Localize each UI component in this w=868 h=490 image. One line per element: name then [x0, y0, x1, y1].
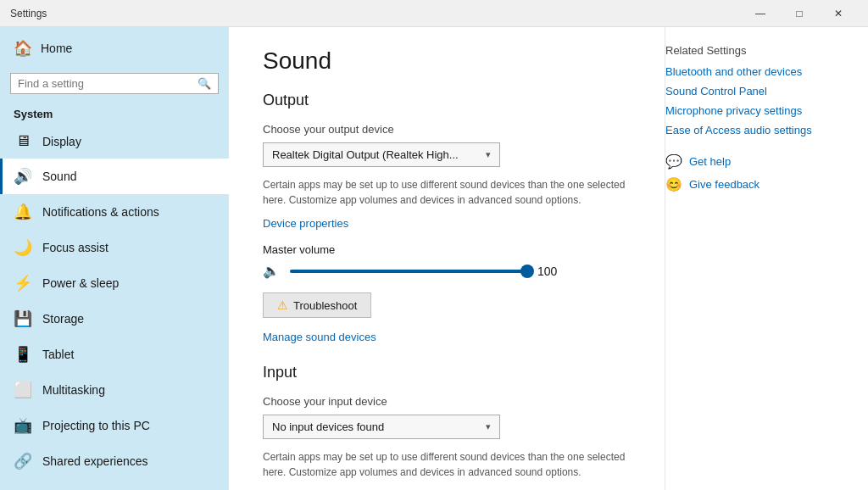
shared-icon: 🔗	[14, 452, 32, 471]
sidebar-item-label-storage: Storage	[42, 312, 84, 326]
home-icon: 🏠	[14, 39, 32, 58]
feedback-icon: 😊	[665, 176, 682, 192]
sidebar-item-notifications[interactable]: 🔔 Notifications & actions	[0, 194, 229, 230]
search-icon: 🔍	[198, 77, 211, 90]
chevron-down-icon: ▾	[486, 149, 491, 160]
output-section-title: Output	[263, 92, 631, 109]
sidebar-item-label-power: Power & sleep	[42, 276, 119, 290]
input-device-value: No input devices found	[272, 420, 384, 433]
app-body: 🏠 Home 🔍 System 🖥 Display 🔊 Sound 🔔 Noti…	[0, 27, 868, 490]
sidebar-item-label-projecting: Projecting to this PC	[42, 419, 150, 432]
sidebar-item-power[interactable]: ⚡ Power & sleep	[0, 265, 229, 301]
notifications-icon: 🔔	[14, 203, 32, 221]
choose-output-label: Choose your output device	[263, 123, 631, 136]
multitasking-icon: ⬜	[14, 381, 32, 399]
sidebar-section-label: System	[0, 103, 229, 124]
input-section-title: Input	[263, 364, 631, 381]
sidebar-item-label-sound: Sound	[42, 170, 76, 183]
sidebar-home-label: Home	[41, 42, 72, 55]
sidebar-item-label-multitasking: Multitasking	[42, 383, 105, 397]
sidebar-item-label-focus: Focus assist	[42, 241, 108, 254]
warning-icon: ⚠	[277, 298, 288, 312]
window-controls: — □ ✕	[741, 0, 858, 27]
sidebar-home-item[interactable]: 🏠 Home	[0, 27, 229, 70]
troubleshoot-button[interactable]: ⚠ Troubleshoot	[263, 292, 371, 318]
sidebar-item-storage[interactable]: 💾 Storage	[0, 301, 229, 337]
power-icon: ⚡	[14, 274, 32, 292]
microphone-privacy-link[interactable]: Microphone privacy settings	[665, 104, 851, 117]
page-title: Sound	[263, 47, 631, 75]
minimize-button[interactable]: —	[741, 0, 780, 27]
output-info-text: Certain apps may be set up to use differ…	[263, 177, 631, 208]
device-properties-link[interactable]: Device properties	[263, 217, 348, 230]
sidebar-item-projecting[interactable]: 📺 Projecting to this PC	[0, 408, 229, 443]
sidebar-item-focus[interactable]: 🌙 Focus assist	[0, 230, 229, 265]
speaker-icon: 🔈	[263, 263, 280, 279]
output-device-value: Realtek Digital Output (Realtek High...	[272, 148, 459, 161]
maximize-button[interactable]: □	[780, 0, 819, 27]
sidebar-item-shared[interactable]: 🔗 Shared experiences	[0, 443, 229, 479]
sidebar-item-display[interactable]: 🖥 Display	[0, 124, 229, 159]
sidebar-item-tablet[interactable]: 📱 Tablet	[0, 337, 229, 372]
sidebar-item-label-display: Display	[42, 135, 81, 148]
input-device-dropdown[interactable]: No input devices found ▾	[263, 415, 500, 439]
projecting-icon: 📺	[14, 416, 32, 435]
sidebar-item-multitasking[interactable]: ⬜ Multitasking	[0, 372, 229, 408]
choose-input-label: Choose your input device	[263, 395, 631, 408]
output-device-dropdown[interactable]: Realtek Digital Output (Realtek High... …	[263, 142, 500, 167]
help-icon: 💬	[665, 153, 682, 170]
chevron-down-icon-input: ▾	[486, 421, 491, 432]
volume-slider-fill	[290, 270, 527, 273]
get-help-label: Get help	[689, 155, 731, 168]
main-content: Sound Output Choose your output device R…	[229, 27, 665, 490]
focus-icon: 🌙	[14, 238, 32, 257]
close-button[interactable]: ✕	[819, 0, 858, 27]
volume-slider-thumb	[520, 264, 534, 278]
support-section: 💬 Get help 😊 Give feedback	[665, 153, 851, 192]
input-info-text: Certain apps may be set up to use differ…	[263, 449, 631, 480]
related-settings-title: Related Settings	[665, 44, 851, 57]
manage-sound-devices-link[interactable]: Manage sound devices	[263, 331, 376, 343]
volume-row: 🔈 100	[263, 263, 631, 279]
troubleshoot-label: Troubleshoot	[293, 299, 357, 312]
bluetooth-devices-link[interactable]: Bluetooth and other devices	[665, 65, 851, 78]
sidebar-item-label-notifications: Notifications & actions	[42, 205, 159, 219]
search-input[interactable]	[18, 77, 192, 90]
sidebar-item-sound[interactable]: 🔊 Sound	[0, 159, 229, 194]
tablet-icon: 📱	[14, 345, 32, 364]
title-bar: Settings — □ ✕	[0, 0, 868, 27]
storage-icon: 💾	[14, 309, 32, 328]
right-panel: Related Settings Bluetooth and other dev…	[665, 27, 868, 490]
give-feedback-item[interactable]: 😊 Give feedback	[665, 176, 851, 192]
window-title: Settings	[10, 8, 47, 19]
display-icon: 🖥	[14, 132, 32, 150]
volume-value: 100	[537, 264, 557, 278]
sound-icon: 🔊	[14, 167, 32, 186]
master-volume-label: Master volume	[263, 243, 631, 256]
ease-of-access-audio-link[interactable]: Ease of Access audio settings	[665, 124, 851, 136]
sidebar: 🏠 Home 🔍 System 🖥 Display 🔊 Sound 🔔 Noti…	[0, 27, 229, 490]
sidebar-item-label-tablet: Tablet	[42, 348, 74, 361]
volume-slider[interactable]	[290, 270, 527, 273]
search-box[interactable]: 🔍	[10, 73, 219, 94]
sound-control-panel-link[interactable]: Sound Control Panel	[665, 85, 851, 97]
sidebar-item-label-shared: Shared experiences	[42, 454, 148, 468]
get-help-item[interactable]: 💬 Get help	[665, 153, 851, 170]
give-feedback-label: Give feedback	[689, 178, 760, 191]
